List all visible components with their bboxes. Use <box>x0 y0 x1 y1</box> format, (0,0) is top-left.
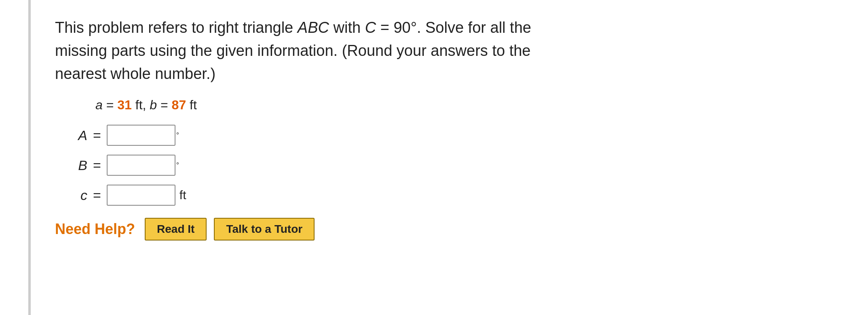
equals-c: = <box>93 187 101 203</box>
input-label-c: c <box>55 187 87 203</box>
given-label-b: b <box>150 98 157 112</box>
input-group-B: B = ° <box>55 155 532 176</box>
given-equals-a: = <box>106 98 118 112</box>
unit-A: ° <box>176 131 179 140</box>
unit-B: ° <box>176 161 179 170</box>
problem-abc: ABC <box>298 19 329 36</box>
given-value-a: 31 <box>117 98 132 112</box>
problem-text-part1: This problem refers to right triangle <box>55 19 298 36</box>
read-it-button[interactable]: Read It <box>145 218 207 241</box>
talk-to-tutor-button[interactable]: Talk to a Tutor <box>214 218 315 241</box>
given-equals-b: = <box>161 98 172 112</box>
input-group-A: A = ° <box>55 125 532 146</box>
problem-c: C <box>365 19 376 36</box>
content-area: This problem refers to right triangle AB… <box>31 0 556 315</box>
input-field-c[interactable] <box>107 185 175 206</box>
problem-text: This problem refers to right triangle AB… <box>55 16 532 85</box>
given-info: a = 31 ft, b = 87 ft <box>95 98 532 113</box>
equals-B: = <box>93 158 101 173</box>
input-group-c: c = ft <box>55 185 532 206</box>
input-label-A: A <box>55 128 87 143</box>
need-help-row: Need Help? Read It Talk to a Tutor <box>55 218 532 241</box>
need-help-label: Need Help? <box>55 221 135 238</box>
given-value-b: 87 <box>172 98 186 112</box>
given-unit-a: ft, <box>135 98 150 112</box>
unit-c: ft <box>180 188 186 202</box>
input-field-A[interactable] <box>107 125 175 146</box>
problem-text-part2: with <box>329 19 365 36</box>
given-unit-b: ft <box>190 98 197 112</box>
input-label-B: B <box>55 158 87 173</box>
input-field-B[interactable] <box>107 155 175 176</box>
given-label-a: a <box>95 98 103 112</box>
equals-A: = <box>93 128 101 143</box>
